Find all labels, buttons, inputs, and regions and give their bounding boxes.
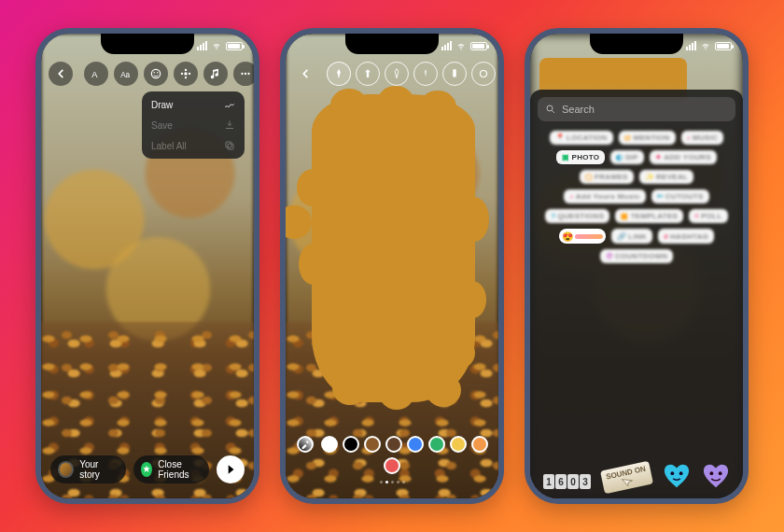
search-icon bbox=[545, 104, 556, 115]
effects-icon[interactable] bbox=[174, 62, 198, 86]
notch bbox=[345, 34, 439, 54]
svg-text:Aa: Aa bbox=[120, 71, 130, 79]
signal-icon bbox=[441, 41, 452, 50]
svg-point-4 bbox=[157, 72, 159, 74]
recent-stickers: 1 6 0 3 SOUND ON bbox=[530, 433, 743, 489]
your-story-label: Your story bbox=[79, 459, 119, 480]
sticker-add-yours-music[interactable]: ♪Add Yours Music bbox=[564, 189, 645, 203]
sound-on-sticker[interactable]: SOUND ON bbox=[600, 461, 653, 494]
send-button[interactable] bbox=[217, 455, 245, 483]
cursor-icon bbox=[621, 476, 636, 488]
battery-icon bbox=[470, 42, 487, 50]
eraser-tool[interactable] bbox=[471, 62, 496, 86]
color-swatch[interactable] bbox=[385, 436, 402, 453]
svg-point-18 bbox=[671, 471, 675, 475]
download-icon bbox=[224, 119, 235, 131]
text-icon[interactable]: A bbox=[84, 62, 108, 86]
svg-point-8 bbox=[185, 69, 187, 71]
gradient-background: A Aa Draw Save Label All bbox=[0, 0, 784, 532]
eyedropper-icon[interactable] bbox=[297, 436, 314, 453]
scribble-icon bbox=[224, 99, 235, 110]
emoji-slider-sticker[interactable]: 😍 bbox=[559, 229, 606, 244]
sticker-frames[interactable]: ▢FRAMES bbox=[580, 170, 634, 184]
star-icon bbox=[141, 462, 152, 477]
sticker-icon[interactable] bbox=[144, 62, 168, 86]
sticker-gif[interactable]: ◐GIF bbox=[610, 150, 644, 164]
color-swatch[interactable] bbox=[450, 436, 467, 453]
wifi-icon bbox=[700, 42, 711, 50]
wifi-icon bbox=[455, 42, 467, 50]
svg-point-19 bbox=[679, 471, 683, 475]
back-button[interactable] bbox=[49, 62, 73, 86]
wifi-icon bbox=[211, 42, 222, 50]
search-input[interactable]: Search bbox=[538, 97, 735, 121]
svg-point-12 bbox=[247, 73, 249, 75]
sticker-cutouts[interactable]: ✂CUTOUTS bbox=[651, 189, 709, 203]
battery-icon bbox=[226, 42, 243, 50]
sticker-location[interactable]: 📍LOCATION bbox=[550, 131, 613, 145]
more-button[interactable] bbox=[233, 62, 254, 86]
signal-icon bbox=[197, 41, 207, 50]
signal-icon bbox=[686, 41, 696, 50]
svg-point-5 bbox=[184, 72, 188, 76]
svg-rect-13 bbox=[226, 142, 231, 147]
search-placeholder: Search bbox=[562, 104, 595, 115]
svg-point-21 bbox=[719, 471, 722, 475]
heart-sticker-blue[interactable] bbox=[663, 463, 691, 489]
menu-save[interactable]: Save bbox=[151, 119, 235, 131]
sticker-add-yours[interactable]: ✦ADD YOURS bbox=[650, 150, 717, 164]
svg-text:A: A bbox=[91, 70, 98, 79]
menu-labelall[interactable]: Label All bbox=[151, 140, 235, 151]
chisel-tool[interactable] bbox=[442, 62, 467, 86]
sticker-music[interactable]: ♪MUSIC bbox=[681, 131, 724, 145]
svg-point-9 bbox=[185, 77, 187, 78]
svg-rect-14 bbox=[228, 144, 233, 149]
color-swatch[interactable] bbox=[407, 436, 424, 453]
font-icon[interactable]: Aa bbox=[114, 62, 138, 86]
marker-tool[interactable] bbox=[385, 62, 409, 86]
arrow-tool[interactable] bbox=[356, 62, 380, 86]
heart-sticker-purple[interactable] bbox=[702, 463, 730, 489]
phone-1: A Aa Draw Save Label All bbox=[35, 28, 259, 504]
color-swatch[interactable] bbox=[428, 436, 445, 453]
sticker-mention[interactable]: @MENTION bbox=[619, 131, 676, 145]
color-swatch[interactable] bbox=[364, 436, 381, 453]
color-palette bbox=[286, 430, 498, 487]
menu-save-label: Save bbox=[151, 120, 173, 131]
menu-draw[interactable]: Draw bbox=[151, 99, 235, 110]
label-icon bbox=[224, 140, 235, 151]
sticker-questions[interactable]: ?QUESTIONS bbox=[545, 209, 609, 223]
status-bar bbox=[197, 37, 243, 54]
close-friends-button[interactable]: Close Friends bbox=[133, 455, 209, 483]
color-swatch[interactable] bbox=[471, 436, 488, 453]
sticker-templates[interactable]: ▦TEMPLATES bbox=[615, 209, 683, 223]
phone-3: Search 📍LOCATION@MENTION♪MUSIC▣PHOTO◐GIF… bbox=[525, 28, 749, 504]
svg-point-10 bbox=[241, 73, 243, 75]
time-sticker[interactable]: 1 6 0 3 bbox=[543, 474, 591, 489]
status-bar bbox=[686, 37, 732, 54]
share-bar: Your story Close Friends bbox=[50, 454, 245, 485]
neon-tool[interactable] bbox=[413, 62, 438, 86]
screen-1: A Aa Draw Save Label All bbox=[41, 34, 254, 498]
brush-stroke bbox=[312, 94, 475, 402]
undo-button[interactable] bbox=[293, 62, 317, 86]
sticker-countdown[interactable]: ⏱COUNTDOWN bbox=[600, 249, 674, 263]
sticker-reveal[interactable]: ✨REVEAL bbox=[639, 170, 694, 184]
sticker-hashtag[interactable]: #HASHTAG bbox=[658, 229, 714, 244]
sticker-photo[interactable]: ▣PHOTO bbox=[556, 150, 605, 164]
draw-toolbar bbox=[293, 62, 491, 86]
sticker-poll[interactable]: ≡POLL bbox=[689, 209, 728, 223]
color-swatch[interactable] bbox=[321, 436, 338, 453]
svg-point-6 bbox=[181, 73, 183, 75]
palette-pagination bbox=[286, 481, 498, 483]
color-swatch[interactable] bbox=[384, 457, 400, 474]
music-icon[interactable] bbox=[203, 62, 228, 86]
sticker-panel: Search 📍LOCATION@MENTION♪MUSIC▣PHOTO◐GIF… bbox=[530, 90, 743, 498]
your-story-button[interactable]: Your story bbox=[50, 455, 126, 483]
sticker-grid: 📍LOCATION@MENTION♪MUSIC▣PHOTO◐GIF✦ADD YO… bbox=[538, 131, 735, 263]
brush-tool[interactable] bbox=[327, 62, 351, 86]
color-swatch[interactable] bbox=[343, 436, 359, 453]
menu-labelall-label: Label All bbox=[151, 141, 187, 151]
sticker-link[interactable]: 🔗LINK bbox=[611, 229, 652, 244]
status-bar bbox=[441, 37, 487, 54]
